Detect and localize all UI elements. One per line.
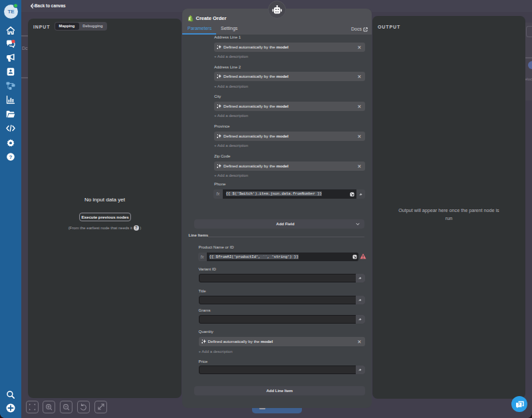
svg-text:?: ? — [9, 154, 13, 160]
